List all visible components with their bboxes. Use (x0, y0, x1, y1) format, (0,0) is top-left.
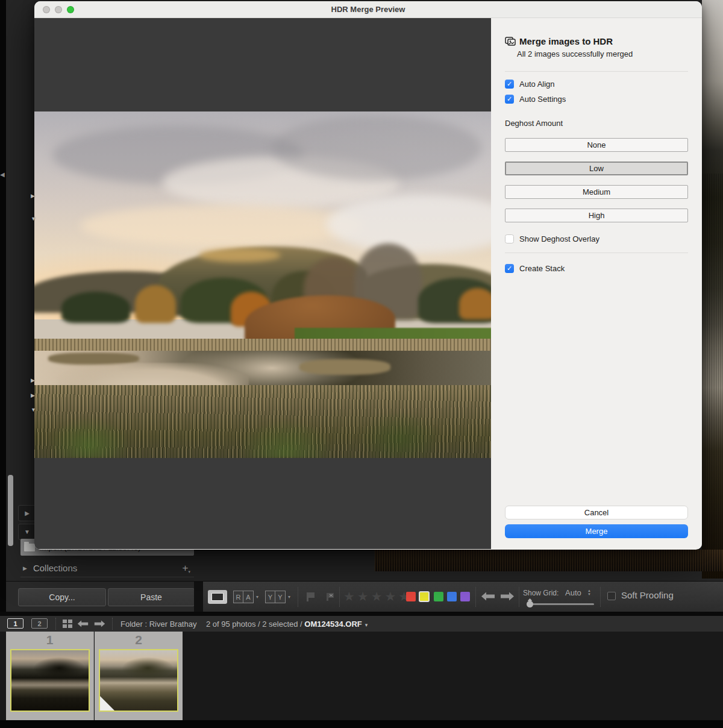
cancel-button[interactable]: Cancel (505, 506, 688, 519)
filmstrip-separator (112, 618, 113, 630)
divider (505, 71, 688, 72)
auto-align-label: Auto Align (519, 80, 555, 89)
folder-breadcrumb[interactable]: Folder : River Brathay (120, 620, 196, 629)
auto-settings-checkbox[interactable] (505, 95, 514, 104)
filename-label: OM124534.ORF (304, 620, 362, 629)
soft-proofing-checkbox[interactable] (607, 592, 616, 600)
thumbnail-index: 2 (95, 633, 183, 647)
paste-button[interactable]: Paste (108, 588, 195, 606)
deghost-amount-label: Deghost Amount (505, 119, 563, 128)
close-button[interactable] (43, 6, 50, 13)
divider (505, 253, 688, 253)
main-window-button[interactable]: 1 (7, 618, 23, 629)
panel-edge-marker-icon: ▶ (31, 193, 35, 199)
hdr-merge-icon (505, 37, 516, 46)
color-label-blue[interactable] (447, 592, 457, 601)
filmstrip-prev-button[interactable] (77, 620, 89, 628)
panel-down-button[interactable]: ▼ (18, 524, 36, 540)
deghost-medium-button[interactable]: Medium (505, 185, 688, 199)
previous-photo-button[interactable] (481, 591, 495, 601)
show-deghost-overlay-checkbox[interactable] (505, 234, 514, 243)
merge-options-panel: Merge images to HDR All 2 images success… (491, 18, 702, 549)
filmstrip-bar: 1 2 Folder : River Brathay 2 of 95 photo… (0, 616, 723, 632)
stepper-icon[interactable]: ▲▼ (587, 589, 591, 596)
merge-button[interactable]: Merge (505, 524, 688, 538)
before-after-view-button[interactable]: Y Y ▾ (265, 591, 290, 603)
hdr-merge-dialog: HDR Merge Preview (34, 1, 702, 550)
toolbar-separator (339, 587, 340, 607)
reject-flag-button[interactable] (324, 592, 336, 602)
loupe-view-button[interactable] (208, 590, 227, 604)
dialog-body: Merge images to HDR All 2 images success… (34, 18, 702, 549)
toolbar-separator (519, 587, 519, 607)
auto-settings-row[interactable]: Auto Settings (505, 95, 566, 104)
toolbar-separator (298, 587, 298, 607)
auto-align-checkbox[interactable] (505, 80, 514, 89)
toolbar: R A ▾ Y Y ▾ ★★★★★ Show Gr (203, 581, 723, 612)
pick-flag-button[interactable] (305, 592, 318, 602)
add-collection-button[interactable]: + (183, 562, 190, 574)
show-deghost-overlay-label: Show Deghost Overlay (519, 234, 599, 243)
disclosure-triangle-icon: ▶ (23, 565, 27, 571)
thumbnail-image-1[interactable] (10, 649, 90, 712)
filename-caret-icon (362, 620, 368, 629)
thumbnail-cell-1[interactable]: 1 (6, 632, 94, 720)
star-rating[interactable]: ★★★★★ (343, 589, 412, 604)
panel-collapse-left-icon[interactable]: ◀ (0, 171, 5, 178)
next-photo-button[interactable] (500, 591, 515, 601)
toolbar-separator (600, 587, 601, 607)
show-deghost-overlay-row[interactable]: Show Deghost Overlay (505, 234, 599, 243)
toolbar-separator (475, 587, 476, 607)
bottom-bar (0, 720, 723, 728)
auto-align-row[interactable]: Auto Align (505, 80, 555, 89)
chevron-down-icon[interactable]: ▾ (256, 594, 258, 600)
collections-header[interactable]: ▶ Collections + (20, 559, 194, 577)
copy-paste-bar: Copy... Paste (6, 581, 194, 612)
second-window-button[interactable]: 2 (31, 618, 48, 629)
merge-title: Merge images to HDR (519, 36, 613, 46)
dialog-titlebar[interactable]: HDR Merge Preview (34, 1, 702, 18)
reference-view-button[interactable]: R A ▾ (233, 591, 258, 603)
grid-size-slider[interactable] (528, 603, 594, 605)
merge-header: Merge images to HDR (505, 36, 613, 46)
color-label-yellow[interactable] (419, 592, 429, 601)
divider (0, 612, 723, 616)
status-text: 2 of 95 photos / 2 selected / (206, 620, 302, 629)
show-grid-select[interactable]: Auto (565, 588, 581, 597)
page-curl-badge[interactable] (100, 696, 114, 711)
deghost-high-button[interactable]: High (505, 209, 688, 222)
filmstrip: 1 2 (0, 632, 723, 720)
create-stack-label: Create Stack (519, 264, 565, 273)
before-y-icon: Y (265, 591, 275, 603)
copy-button[interactable]: Copy... (18, 588, 106, 606)
deghost-low-button[interactable]: Low (505, 162, 688, 175)
after-y-icon: Y (275, 591, 286, 603)
chevron-down-icon[interactable]: ▾ (288, 594, 290, 600)
thumbnail-image-2[interactable] (99, 649, 178, 712)
reference-a-icon: A (243, 591, 254, 603)
create-stack-checkbox[interactable] (505, 264, 514, 273)
filmstrip-next-button[interactable] (94, 620, 105, 628)
slider-thumb[interactable] (527, 601, 533, 607)
grid-view-button[interactable] (63, 620, 72, 628)
create-stack-row[interactable]: Create Stack (505, 264, 565, 273)
panel-forward-button[interactable]: ▶ (18, 505, 36, 521)
color-label-green[interactable] (434, 592, 443, 601)
deghost-none-button[interactable]: None (505, 138, 688, 152)
toolbar-gap (194, 581, 203, 612)
merged-photo-preview (34, 111, 491, 458)
minimize-button[interactable] (55, 6, 62, 13)
photo-count-status[interactable]: 2 of 95 photos / 2 selected / OM124534.O… (206, 620, 368, 629)
loupe-view-icon (211, 593, 224, 601)
background-photo-right-sliver (702, 0, 723, 579)
thumbnail-cell-2[interactable]: 2 (95, 632, 183, 720)
color-label-purple[interactable] (460, 592, 470, 601)
color-label-red[interactable] (406, 592, 416, 601)
panel-edge-marker-icon: ▶ (31, 392, 35, 398)
thumbnail-index: 1 (6, 633, 93, 647)
left-panel-scrollbar[interactable] (8, 475, 13, 546)
zoom-button[interactable] (67, 6, 74, 13)
panel-edge-marker-icon: ▼ (31, 216, 36, 222)
auto-settings-label: Auto Settings (519, 95, 566, 104)
background-photo-bottom-sliver (375, 550, 723, 571)
